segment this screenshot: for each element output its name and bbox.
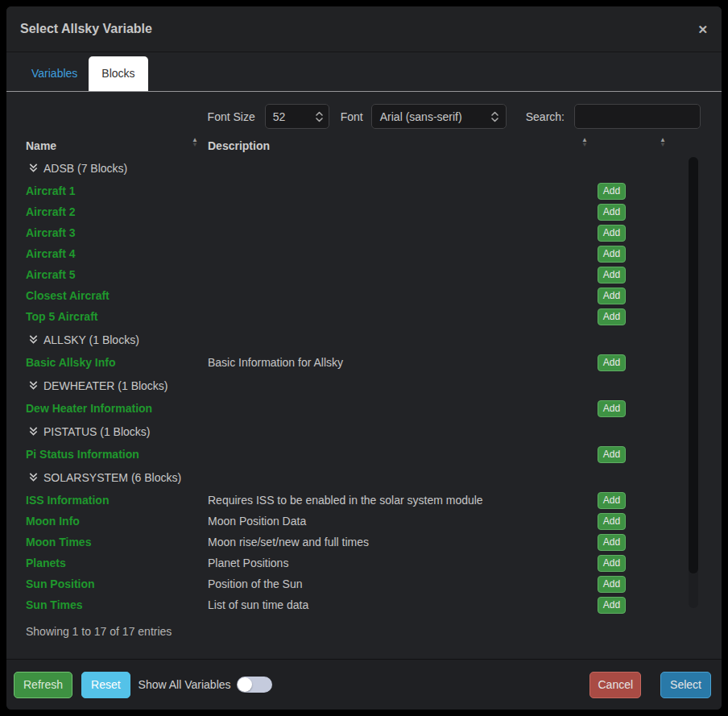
add-button[interactable]: Add [598, 225, 626, 242]
add-button[interactable]: Add [598, 446, 626, 463]
block-name[interactable]: Sun Times [26, 598, 83, 611]
table-row: Moon TimesMoon rise/set/new and full tim… [6, 532, 722, 553]
block-description: Planet Positions [208, 557, 288, 569]
cancel-button[interactable]: Cancel [589, 672, 641, 698]
block-name[interactable]: Closest Aircraft [26, 289, 110, 302]
block-name[interactable]: Sun Position [26, 577, 95, 590]
font-size-stepper[interactable]: 52 [265, 104, 329, 129]
add-button[interactable]: Add [598, 400, 626, 417]
table-controls: Font Size 52 Font Arial (sans-serif) Sea… [6, 92, 722, 130]
group-row[interactable]: ALLSKY (1 Blocks) [6, 327, 722, 352]
sort-icon-description-column[interactable]: ▲ ▼ [581, 138, 588, 147]
column-header-name[interactable]: Name [26, 139, 56, 152]
collapse-group-icon[interactable] [28, 163, 39, 173]
font-select[interactable]: Arial (sans-serif) [371, 104, 507, 129]
block-description: Moon rise/set/new and full times [208, 536, 369, 548]
select-button[interactable]: Select [660, 672, 711, 698]
block-name[interactable]: Top 5 Aircraft [26, 310, 97, 323]
group-label: ALLSKY (1 Blocks) [43, 333, 139, 346]
table-row: Pi Status InformationAdd [6, 444, 722, 465]
add-button[interactable]: Add [598, 534, 626, 551]
block-name[interactable]: Planets [26, 557, 66, 569]
block-name[interactable]: Dew Heater Information [26, 402, 152, 415]
tab-blocks[interactable]: Blocks [89, 56, 147, 91]
block-name[interactable]: ISS Information [26, 494, 109, 507]
close-icon[interactable]: ✕ [697, 23, 708, 35]
font-label: Font [341, 110, 363, 123]
block-description: Position of the Sun [208, 577, 303, 590]
stepper-arrows-icon[interactable] [315, 110, 324, 124]
collapse-group-icon[interactable] [28, 472, 39, 482]
block-name[interactable]: Aircraft 5 [26, 268, 75, 281]
sort-icon-name-column[interactable]: ▲ ▼ [192, 138, 198, 147]
group-row[interactable]: PISTATUS (1 Blocks) [6, 419, 722, 444]
group-label: ADSB (7 Blocks) [43, 162, 127, 175]
add-button[interactable]: Add [598, 183, 626, 200]
table-row: Aircraft 1Add [6, 180, 722, 201]
block-name[interactable]: Moon Info [26, 515, 80, 528]
group-row[interactable]: DEWHEATER (1 Blocks) [6, 373, 722, 398]
show-all-variables-toggle[interactable] [237, 677, 272, 693]
table-row: Aircraft 2Add [6, 201, 722, 222]
add-button[interactable]: Add [598, 576, 626, 593]
block-name[interactable]: Aircraft 1 [26, 184, 75, 197]
table-header: Name ▲ ▼ Description ▲ ▼ ▲ ▼ [6, 137, 722, 156]
footer-left-group: Refresh Reset Show All Variables [14, 672, 272, 698]
add-button[interactable]: Add [598, 597, 626, 614]
column-header-description[interactable]: Description [208, 139, 270, 152]
font-size-label: Font Size [208, 110, 255, 123]
add-button[interactable]: Add [598, 492, 626, 509]
add-button[interactable]: Add [598, 555, 626, 572]
dialog-footer: Refresh Reset Show All Variables Cancel … [6, 659, 722, 710]
table-row: Top 5 AircraftAdd [6, 306, 722, 327]
sort-icon-action-column[interactable]: ▲ ▼ [660, 138, 666, 147]
block-description: Basic Information for Allsky [208, 356, 343, 369]
group-row[interactable]: ADSB (7 Blocks) [6, 155, 722, 180]
block-name[interactable]: Aircraft 4 [26, 247, 75, 260]
collapse-group-icon[interactable] [28, 334, 39, 345]
scrollbar-thumb[interactable] [689, 157, 698, 573]
add-button[interactable]: Add [598, 354, 626, 371]
table-row: PlanetsPlanet PositionsAdd [6, 553, 722, 573]
show-all-variables-label: Show All Variables [139, 678, 231, 691]
refresh-button[interactable]: Refresh [14, 672, 72, 698]
collapse-group-icon[interactable] [28, 380, 39, 391]
table-row: Sun TimesList of sun time dataAdd [6, 594, 722, 615]
table-row: Moon InfoMoon Position DataAdd [6, 511, 722, 532]
add-button[interactable]: Add [598, 246, 626, 263]
add-button[interactable]: Add [598, 308, 626, 325]
table-row: ISS InformationRequires ISS to be enable… [6, 490, 722, 511]
group-label: SOLARSYSTEM (6 Blocks) [43, 471, 181, 484]
group-label: DEWHEATER (1 Blocks) [43, 379, 168, 392]
reset-button[interactable]: Reset [81, 672, 130, 698]
font-size-value: 52 [273, 110, 286, 123]
tab-bar: Variables Blocks [6, 52, 722, 92]
block-description: Requires ISS to be enabled in the solar … [208, 494, 483, 507]
block-description: List of sun time data [208, 598, 308, 611]
block-name[interactable]: Aircraft 3 [26, 226, 75, 239]
table-body: ADSB (7 Blocks)Aircraft 1AddAircraft 2Ad… [6, 155, 722, 615]
add-button[interactable]: Add [598, 288, 626, 304]
group-row[interactable]: SOLARSYSTEM (6 Blocks) [6, 465, 722, 490]
toggle-knob [238, 677, 252, 692]
scrollbar[interactable] [689, 157, 698, 608]
tab-variables[interactable]: Variables [20, 57, 89, 91]
table-row: Aircraft 5Add [6, 264, 722, 285]
block-name[interactable]: Pi Status Information [26, 448, 139, 461]
table-row: Basic Allsky InfoBasic Information for A… [6, 352, 722, 373]
search-input[interactable] [574, 104, 701, 129]
font-select-value: Arial (sans-serif) [380, 110, 462, 123]
collapse-group-icon[interactable] [28, 426, 39, 437]
block-description: Moon Position Data [208, 515, 306, 528]
block-name[interactable]: Basic Allsky Info [26, 356, 116, 369]
entries-status: Showing 1 to 17 of 17 entries [26, 625, 172, 638]
add-button[interactable]: Add [598, 513, 626, 530]
add-button[interactable]: Add [598, 267, 626, 284]
table-row: Dew Heater InformationAdd [6, 398, 722, 419]
table-row: Closest AircraftAdd [6, 285, 722, 306]
add-button[interactable]: Add [598, 204, 626, 221]
table-row: Aircraft 3Add [6, 222, 722, 243]
block-name[interactable]: Aircraft 2 [26, 205, 75, 218]
block-name[interactable]: Moon Times [26, 536, 91, 548]
select-arrows-icon [490, 110, 499, 124]
